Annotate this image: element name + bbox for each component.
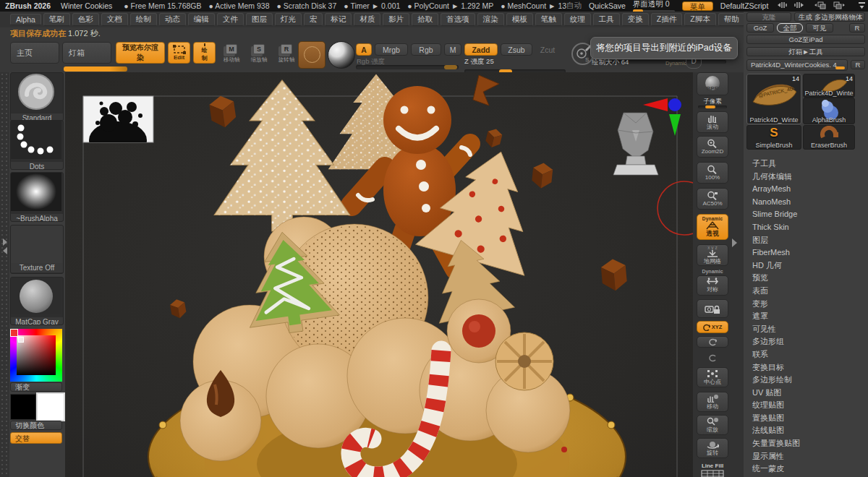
menu-dynamic[interactable]: 动态: [159, 13, 186, 26]
zcut-mode-button[interactable]: Zcut: [535, 43, 560, 56]
swap-color-button[interactable]: 交替: [10, 432, 62, 444]
clone-button[interactable]: 克隆: [746, 12, 791, 22]
section-masking[interactable]: 遮罩: [744, 310, 868, 323]
menu-alpha[interactable]: Alpha: [10, 14, 41, 25]
section-normal-map[interactable]: 法线贴图: [744, 424, 868, 437]
line-fill-grid-icon[interactable]: [701, 470, 724, 477]
quicksave-button[interactable]: QuickSave: [589, 1, 626, 10]
menu-texture[interactable]: 纹理: [564, 13, 591, 26]
section-slime-bridge[interactable]: Slime Bridge: [744, 208, 868, 221]
active-tool-thumbnail[interactable]: @PATRICK_4D 14 Patrick4D_Winte: [746, 74, 801, 124]
rotate-axis-button[interactable]: R 旋转轴: [274, 44, 299, 64]
current-material-selector[interactable]: MatCap Gray: [10, 277, 64, 325]
draw-mode-button[interactable]: 绘 制: [193, 42, 216, 64]
goz-ipad-button[interactable]: GoZ至iPad: [746, 35, 865, 44]
menu-preferences[interactable]: 首选项: [441, 13, 475, 26]
section-unified-skin[interactable]: 统一蒙皮: [744, 463, 868, 476]
current-stroke-selector[interactable]: Dots: [10, 120, 64, 170]
color-picker[interactable]: [10, 329, 62, 382]
section-nanomesh[interactable]: NanoMesh: [744, 196, 868, 209]
menu-layer[interactable]: 图层: [246, 13, 273, 26]
current-brush-thumbnail[interactable]: [298, 41, 326, 69]
spix-handle[interactable]: [705, 106, 715, 108]
actual-size-button[interactable]: 100%: [697, 162, 728, 184]
perspective-button[interactable]: Dynamic 透视: [697, 214, 728, 240]
menu-edit[interactable]: 编辑: [188, 13, 215, 26]
zoom2d-button[interactable]: Zoom2D: [697, 136, 728, 158]
panel-dock-left-icon[interactable]: [813, 1, 826, 11]
menu-draw[interactable]: 绘制: [130, 13, 157, 26]
axis-z-dot[interactable]: [668, 98, 681, 111]
gradient-button[interactable]: 渐变: [10, 382, 62, 392]
floor-grid-button[interactable]: x y z 地网格: [697, 244, 728, 266]
interface-collapse-icon[interactable]: [775, 1, 787, 10]
rotate-y-button[interactable]: [697, 336, 728, 348]
section-fibermesh[interactable]: FiberMesh: [744, 246, 868, 259]
menu-color[interactable]: 色彩: [72, 13, 99, 26]
section-layers[interactable]: 图层: [744, 234, 868, 247]
bpr-render-button[interactable]: BPR: [697, 72, 728, 95]
section-uv-map[interactable]: UV 贴图: [744, 387, 868, 400]
section-deformation[interactable]: 变形: [744, 298, 868, 311]
axis-y-arrow[interactable]: [669, 114, 681, 136]
rgb-intensity-slider[interactable]: [356, 65, 459, 69]
section-contact[interactable]: 联系: [744, 348, 868, 361]
section-display-properties[interactable]: 显示属性: [744, 450, 868, 463]
zsub-mode-button[interactable]: Zsub: [501, 43, 532, 56]
menu-zplugin[interactable]: Z插件: [651, 13, 682, 26]
menu-macro[interactable]: 宏: [304, 13, 323, 26]
scale-axis-button[interactable]: S 缩放轴: [247, 44, 271, 64]
section-texture-map[interactable]: 纹理贴图: [744, 399, 868, 412]
menu-transform[interactable]: 变换: [622, 13, 649, 26]
menu-button[interactable]: 菜单: [682, 1, 713, 11]
section-displacement-map[interactable]: 置换贴图: [744, 412, 868, 425]
mrgb-mode-button[interactable]: Mrgb: [375, 43, 408, 56]
goz-visible-button[interactable]: 可见: [806, 23, 833, 33]
tool-thumbnail[interactable]: AlphaBrush: [803, 98, 855, 124]
frame-center-button[interactable]: 中心点: [697, 367, 728, 387]
section-polypaint[interactable]: 多边形绘制: [744, 374, 868, 387]
axis-x-arrow[interactable]: [643, 98, 668, 111]
lightbox-divider-handle[interactable]: [64, 66, 127, 72]
current-alpha-selector[interactable]: ~BrushAlpha: [10, 172, 64, 222]
section-hd-geometry[interactable]: HD 几何: [744, 259, 868, 272]
preview-boolean-render-button[interactable]: 预览布尔渲染: [116, 42, 165, 64]
interface-expand-icon[interactable]: [794, 1, 806, 10]
menu-picker[interactable]: 拾取: [412, 13, 438, 26]
current-brush-selector[interactable]: Standard: [10, 72, 64, 121]
rotate-3d-button[interactable]: 旋转: [697, 438, 728, 458]
zadd-mode-button[interactable]: Zadd: [464, 43, 498, 56]
menu-help[interactable]: 帮助: [718, 13, 745, 26]
menu-stroke[interactable]: 笔触: [535, 13, 562, 26]
menu-light[interactable]: 灯光: [275, 13, 302, 26]
goz-all-button[interactable]: 全部: [777, 23, 803, 33]
menu-marker[interactable]: 标记: [325, 13, 352, 26]
menu-brush[interactable]: 笔刷: [43, 13, 70, 26]
lightbox-button[interactable]: 灯箱: [62, 42, 111, 64]
section-arraymesh[interactable]: ArrayMesh: [744, 183, 868, 196]
scale-3d-button[interactable]: 缩放: [697, 415, 728, 435]
lightbox-tool-button[interactable]: 灯箱►工具: [746, 47, 865, 56]
menu-document[interactable]: 文档: [101, 13, 128, 26]
panel-divider-arrow[interactable]: [732, 239, 737, 247]
section-polygroups[interactable]: 多边形组: [744, 335, 868, 348]
ui-opacity-slider[interactable]: 界面透明 0: [633, 0, 675, 12]
section-thick-skin[interactable]: Thick Skin: [744, 221, 868, 234]
rotate-z-button[interactable]: [697, 352, 728, 364]
section-geometry[interactable]: 几何体编辑: [744, 171, 868, 184]
tool-thumbnail[interactable]: EraserBrush: [803, 125, 855, 150]
tool-thumbnail[interactable]: S SimpleBrush: [746, 125, 801, 150]
move-3d-button[interactable]: 移动: [697, 392, 728, 412]
menu-movie[interactable]: 影片: [383, 13, 409, 26]
section-preview[interactable]: 预览: [744, 272, 868, 285]
goz-r-button[interactable]: R: [849, 23, 865, 33]
scroll-button[interactable]: 滚动: [697, 111, 728, 133]
tool-save-r-button[interactable]: R: [851, 60, 865, 69]
camera-view-head[interactable]: [613, 113, 658, 175]
section-vector-displacement[interactable]: 矢量置换贴图: [744, 437, 868, 450]
aa-half-button[interactable]: AC50%: [697, 188, 728, 210]
spix-slider[interactable]: [698, 106, 727, 108]
menu-tool[interactable]: 工具: [593, 13, 620, 26]
section-visibility[interactable]: 可见性: [744, 323, 868, 336]
make-polymesh3d-button[interactable]: 生成 多边形网格物体: [794, 12, 865, 22]
